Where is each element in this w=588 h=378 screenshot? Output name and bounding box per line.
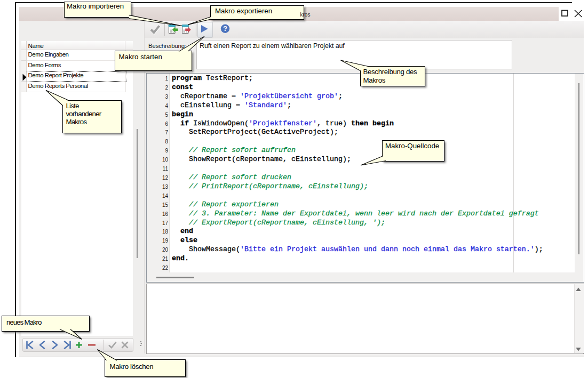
svg-text:?: ? [223, 25, 227, 33]
